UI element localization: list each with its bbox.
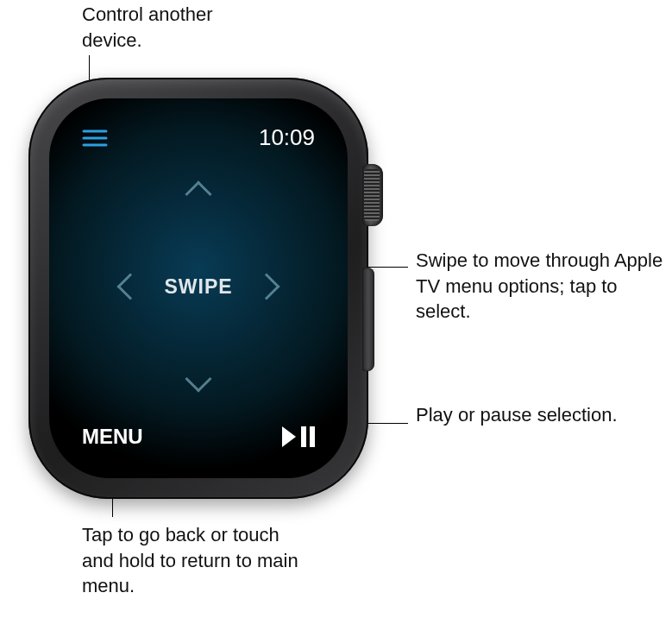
- swipe-center-row: SWIPE: [121, 275, 275, 299]
- play-pause-icon: [282, 426, 315, 447]
- svg-rect-4: [301, 426, 306, 447]
- chevron-down-icon: [185, 365, 211, 392]
- callout-control-device: Control another device.: [82, 2, 254, 53]
- chevron-right-icon: [253, 273, 279, 300]
- swipe-pad[interactable]: SWIPE: [49, 176, 348, 392]
- chevron-up-icon: [185, 180, 211, 207]
- list-icon[interactable]: [82, 129, 108, 148]
- svg-rect-5: [310, 426, 315, 447]
- callout-play-pause: Play or pause selection.: [416, 402, 631, 428]
- callout-menu: Tap to go back or touch and hold to retu…: [82, 522, 306, 599]
- swipe-label: SWIPE: [164, 275, 232, 299]
- svg-marker-3: [282, 426, 296, 447]
- digital-crown[interactable]: [362, 164, 383, 226]
- play-pause-button[interactable]: [282, 426, 315, 447]
- menu-button[interactable]: MENU: [82, 425, 143, 449]
- callout-swipe: Swipe to move through Apple TV menu opti…: [416, 248, 666, 325]
- list-icon-svg: [82, 129, 108, 148]
- chevron-left-icon: [117, 273, 144, 300]
- side-button[interactable]: [362, 268, 374, 371]
